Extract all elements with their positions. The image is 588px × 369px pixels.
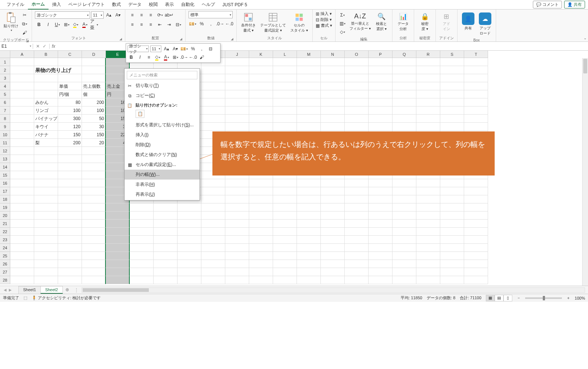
cell-L6[interactable] bbox=[273, 98, 297, 106]
cell-L25[interactable] bbox=[273, 252, 297, 260]
cell-E20[interactable] bbox=[106, 211, 130, 220]
cell-M17[interactable] bbox=[297, 187, 321, 195]
cell-P19[interactable] bbox=[369, 203, 392, 211]
cell-C18[interactable] bbox=[58, 195, 82, 203]
cell-T18[interactable] bbox=[464, 195, 488, 203]
cell-O16[interactable] bbox=[345, 179, 369, 187]
cell-L28[interactable] bbox=[273, 276, 297, 284]
align-right-button[interactable]: ≡ bbox=[147, 21, 155, 29]
cell-T9[interactable] bbox=[464, 123, 488, 131]
row-header-7[interactable]: 7 bbox=[0, 106, 10, 115]
cell-D12[interactable] bbox=[82, 147, 106, 155]
cell-Q18[interactable] bbox=[392, 195, 416, 203]
cell-A11[interactable] bbox=[10, 139, 34, 147]
cell-S21[interactable] bbox=[440, 220, 464, 228]
delete-cells-button[interactable]: ⊟ 削除 ▾ bbox=[316, 17, 332, 22]
cell-M9[interactable] bbox=[297, 123, 321, 131]
tab-automate[interactable]: 自動化 bbox=[178, 0, 198, 9]
fx-icon[interactable]: fx bbox=[50, 44, 57, 49]
cell-K3[interactable] bbox=[249, 74, 273, 82]
cell-K4[interactable] bbox=[249, 82, 273, 90]
tab-data[interactable]: データ bbox=[125, 0, 145, 9]
cell-Q21[interactable] bbox=[392, 220, 416, 228]
cell-A25[interactable] bbox=[10, 252, 34, 260]
cell-A26[interactable] bbox=[10, 260, 34, 268]
cell-R24[interactable] bbox=[416, 244, 440, 252]
row-header-3[interactable]: 3 bbox=[0, 74, 10, 82]
cell-J3[interactable] bbox=[225, 74, 249, 82]
cell-B27[interactable] bbox=[34, 268, 58, 276]
cell-K7[interactable] bbox=[249, 106, 273, 115]
cell-J2[interactable] bbox=[225, 66, 249, 74]
cell-Q7[interactable] bbox=[392, 106, 416, 115]
mini-size-combo[interactable]: 11 bbox=[150, 46, 161, 52]
cell-S20[interactable] bbox=[440, 211, 464, 220]
cell-Q16[interactable] bbox=[392, 179, 416, 187]
share-button[interactable]: 👤 共有 bbox=[564, 1, 585, 8]
cell-C7[interactable]: 100 bbox=[58, 106, 82, 115]
mini-font-color-button[interactable]: A▾ bbox=[163, 54, 170, 61]
cell-N1[interactable] bbox=[321, 58, 345, 66]
cell-O21[interactable] bbox=[345, 220, 369, 228]
cell-D3[interactable] bbox=[82, 74, 106, 82]
row-header-23[interactable]: 23 bbox=[0, 236, 10, 244]
cell-A21[interactable] bbox=[10, 220, 34, 228]
format-painter-button[interactable]: 🖌 bbox=[21, 29, 29, 37]
cell-S27[interactable] bbox=[440, 268, 464, 276]
cell-O25[interactable] bbox=[345, 252, 369, 260]
cell-O26[interactable] bbox=[345, 260, 369, 268]
cell-K19[interactable] bbox=[249, 203, 273, 211]
cell-J6[interactable] bbox=[225, 98, 249, 106]
cell-C10[interactable]: 150 bbox=[58, 131, 82, 139]
cell-C9[interactable]: 120 bbox=[58, 123, 82, 131]
copy-button[interactable]: ⧉▾ bbox=[21, 20, 29, 28]
cell-H25[interactable] bbox=[178, 252, 201, 260]
cell-J8[interactable] bbox=[225, 115, 249, 123]
cell-J4[interactable] bbox=[225, 82, 249, 90]
cell-A5[interactable] bbox=[10, 90, 34, 98]
font-size-combo[interactable]: 11 bbox=[91, 11, 104, 19]
add-sheet-button[interactable]: ⊕ bbox=[62, 286, 72, 294]
cell-C28[interactable] bbox=[58, 276, 82, 284]
cell-L18[interactable] bbox=[273, 195, 297, 203]
cell-N20[interactable] bbox=[321, 211, 345, 220]
cell-S6[interactable] bbox=[440, 98, 464, 106]
cell-C27[interactable] bbox=[58, 268, 82, 276]
cell-B6[interactable]: みかん bbox=[34, 98, 58, 106]
cell-Q22[interactable] bbox=[392, 228, 416, 236]
cell-O7[interactable] bbox=[345, 106, 369, 115]
cell-B2[interactable]: 果物の売り上げ bbox=[34, 66, 58, 74]
conditional-format-button[interactable]: 条件付き 書式 ▾ bbox=[240, 11, 257, 35]
cell-M8[interactable] bbox=[297, 115, 321, 123]
cell-L22[interactable] bbox=[273, 228, 297, 236]
comment-button[interactable]: 💬 コメント bbox=[533, 1, 562, 8]
cell-P20[interactable] bbox=[369, 211, 392, 220]
cell-T20[interactable] bbox=[464, 211, 488, 220]
cell-G27[interactable] bbox=[154, 268, 178, 276]
cell-K21[interactable] bbox=[249, 220, 273, 228]
cell-G22[interactable] bbox=[154, 228, 178, 236]
cell-O4[interactable] bbox=[345, 82, 369, 90]
accounting-button[interactable]: 💴▾ bbox=[189, 20, 197, 28]
cell-H27[interactable] bbox=[178, 268, 201, 276]
cell-N8[interactable] bbox=[321, 115, 345, 123]
cell-T27[interactable] bbox=[464, 268, 488, 276]
cell-I4[interactable] bbox=[201, 82, 225, 90]
cell-G24[interactable] bbox=[154, 244, 178, 252]
cell-S28[interactable] bbox=[440, 276, 464, 284]
cell-R25[interactable] bbox=[416, 252, 440, 260]
view-page-break-button[interactable]: ▯ bbox=[503, 295, 512, 301]
cell-L5[interactable] bbox=[273, 90, 297, 98]
increase-decimal-button[interactable]: .0→ bbox=[216, 20, 224, 28]
cell-N23[interactable] bbox=[321, 236, 345, 244]
mini-italic-button[interactable]: I bbox=[136, 54, 144, 61]
cell-A7[interactable] bbox=[10, 106, 34, 115]
mini-bold-button[interactable]: B bbox=[128, 54, 135, 61]
cell-J22[interactable] bbox=[225, 228, 249, 236]
cell-B13[interactable] bbox=[34, 155, 58, 163]
cell-M23[interactable] bbox=[297, 236, 321, 244]
cell-N21[interactable] bbox=[321, 220, 345, 228]
paste-option-default[interactable]: 📋 bbox=[136, 110, 144, 118]
cell-O24[interactable] bbox=[345, 244, 369, 252]
cell-G20[interactable] bbox=[154, 211, 178, 220]
